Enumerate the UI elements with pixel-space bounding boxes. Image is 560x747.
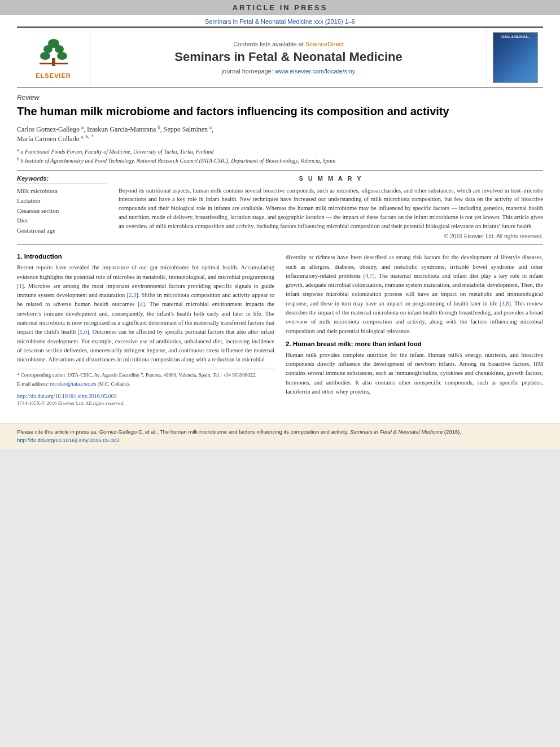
cover-image: FETAL & NEONAT... [493, 32, 538, 83]
keyword-2: Lactation [17, 196, 107, 206]
journal-homepage: journal homepage: www.elsevier.com/locat… [222, 68, 356, 75]
email-link[interactable]: mcolao@iata.csic.es [50, 381, 96, 387]
keyword-1: Milk microbiota [17, 186, 107, 196]
summary-text: Beyond its nutritional aspects, human mi… [119, 186, 543, 231]
homepage-link[interactable]: www.elsevier.com/locate/siny [275, 68, 355, 75]
article-title: The human milk microbiome and factors in… [17, 104, 543, 119]
svg-point-4 [57, 52, 67, 60]
elsevier-label: ELSEVIER [36, 72, 71, 79]
cover-title-text: FETAL & NEONAT... [501, 35, 530, 39]
keyword-3: Cesarean section [17, 206, 107, 216]
section1-right-paragraph: diversity or richness have been describe… [286, 253, 543, 335]
sciencedirect-link[interactable]: ScienceDirect [305, 41, 344, 47]
elsevier-tree-icon [37, 37, 71, 71]
section-divider [17, 170, 543, 171]
section1-paragraph: Recent reports have revealed the importa… [17, 263, 274, 364]
svg-point-3 [40, 52, 50, 60]
section2-heading: 2. Human breast milk: more than infant f… [286, 340, 543, 347]
section-divider-2 [17, 244, 543, 244]
column-left: 1. Introduction Recent reports have reve… [17, 253, 274, 406]
keywords-title: Keywords: [17, 175, 107, 184]
journal-title: Seminars in Fetal & Neonatal Medicine [174, 50, 402, 64]
sciencedirect-line: Contents lists available at ScienceDirec… [233, 41, 344, 47]
elsevier-logo-area: ELSEVIER [17, 28, 90, 88]
journal-citation: Seminars in Fetal & Neonatal Medicine xx… [0, 15, 560, 27]
header-center: Contents lists available at ScienceDirec… [90, 28, 487, 88]
column-right: diversity or richness have been describe… [286, 253, 543, 406]
svg-rect-6 [40, 63, 68, 64]
bottom-doi-link[interactable]: http://dx.doi.org/10.1016/j.siny.2016.05… [17, 437, 120, 443]
affiliations: a a Functional Foods Forum, Faculty of M… [17, 147, 543, 165]
svg-point-1 [43, 45, 53, 53]
doi-link[interactable]: http://dx.doi.org/10.1016/j.siny.2016.05… [17, 393, 117, 399]
bottom-citation-bar: Please cite this article in press as: Go… [0, 423, 560, 449]
summary-section: Keywords: Milk microbiota Lactation Cesa… [17, 175, 543, 240]
copyright-line: © 2016 Elsevier Ltd. All rights reserved… [119, 233, 543, 239]
summary-content: S U M M A R Y Beyond its nutritional asp… [119, 175, 543, 240]
main-content: Review The human milk microbiome and fac… [17, 88, 543, 420]
article-body: 1. Introduction Recent reports have reve… [17, 253, 543, 406]
keyword-4: Diet [17, 216, 107, 226]
summary-heading: S U M M A R Y [119, 175, 543, 182]
svg-rect-5 [52, 58, 55, 66]
footnote-section: * Corresponding author. IATA-CSIC, Av. A… [17, 369, 274, 388]
corresponding-note: * Corresponding author. IATA-CSIC, Av. A… [17, 372, 274, 379]
journal-cover: FETAL & NEONAT... [487, 28, 543, 88]
journal-header: ELSEVIER Contents lists available at Sci… [17, 27, 543, 88]
section2-paragraph: Human milk provides complete nutrition f… [286, 351, 543, 396]
bottom-citation-text: Please cite this article in press as: Go… [17, 428, 543, 444]
section1-heading: 1. Introduction [17, 253, 274, 260]
issn-line: 1744-165X/© 2016 Elsevier Ltd. All right… [17, 400, 274, 406]
keywords-box: Keywords: Milk microbiota Lactation Cesa… [17, 175, 107, 240]
svg-point-2 [55, 45, 64, 53]
article-in-press-banner: ARTICLE IN PRESS [0, 0, 560, 15]
authors-line: Carlos Gomez-Gallego a, Izaskun Garcia-M… [17, 124, 543, 143]
article-type-label: Review [17, 94, 543, 102]
keyword-5: Gestational age [17, 226, 107, 236]
email-line: E-mail address: mcolao@iata.csic.es (M.C… [17, 379, 274, 388]
